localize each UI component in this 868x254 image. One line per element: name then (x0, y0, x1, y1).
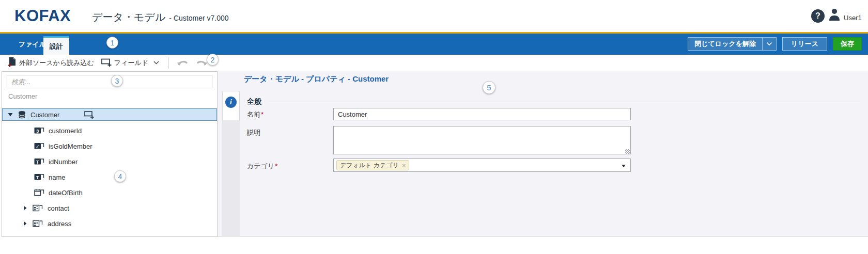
boolean-field-icon: ✓ (34, 142, 44, 150)
tree-label: isGoldMember (49, 142, 92, 150)
tree-row-customerid[interactable]: 3 customerId (2, 124, 217, 137)
close-unlock-split-button: 閉じてロックを解除 (688, 37, 777, 51)
tree-row-contact[interactable]: contact (2, 202, 217, 214)
import-external-source-button[interactable]: 外部ソースから読み込む (7, 57, 94, 69)
user-menu[interactable]: User1 (828, 7, 862, 23)
section-title: 全般 (247, 97, 261, 106)
chevron-down-icon (766, 42, 772, 46)
svg-text:3: 3 (36, 128, 39, 134)
general-section-header: 全般 (247, 97, 860, 106)
close-unlock-button[interactable]: 閉じてロックを解除 (688, 37, 762, 51)
category-tag-label: デフォルト カテゴリ (340, 161, 399, 170)
field-label: フィールド (114, 58, 148, 68)
required-asterisk: * (261, 110, 264, 118)
annotation-step-5: 5 (483, 81, 495, 94)
date-field-icon (34, 188, 44, 197)
properties-heading: データ・モデル - プロパティ - Customer (244, 74, 389, 84)
tree-row-address[interactable]: address (2, 217, 217, 230)
tree-label: idNumber (49, 158, 78, 166)
search-input[interactable] (7, 75, 212, 88)
svg-text:✓: ✓ (36, 144, 40, 149)
info-icon: i (225, 97, 237, 108)
combobox-arrow-icon[interactable] (622, 165, 626, 167)
tree-row-isgoldmember[interactable]: ✓ isGoldMember (2, 140, 217, 152)
help-icon[interactable]: ? (811, 9, 825, 23)
app-subtitle: - Customer v7.000 (169, 14, 228, 22)
tree-label: name (49, 173, 66, 181)
close-unlock-dropdown[interactable] (762, 37, 777, 51)
chevron-down-icon (153, 61, 159, 65)
category-field-label: カテゴリ* (247, 162, 277, 171)
tree-row-dateofbirth[interactable]: dateOfBirth (2, 186, 217, 199)
design-toolbar: 外部ソースから読み込む フィールド (0, 55, 868, 71)
add-field-button[interactable]: フィールド (101, 58, 159, 68)
expand-arrow-icon[interactable] (22, 221, 28, 226)
expand-arrow-icon[interactable] (22, 205, 28, 211)
user-name: User1 (844, 14, 862, 23)
data-model-tree-panel: Customer Customer 3 customerId ✓ isGoldM… (2, 71, 218, 237)
description-field-label: 説明 (247, 128, 260, 137)
page-plus-icon (7, 57, 17, 69)
text-field-icon: T (34, 157, 44, 166)
svg-text:T: T (36, 159, 39, 165)
tree-row-customer[interactable]: Customer (2, 108, 217, 121)
tab-general-info[interactable]: i (222, 91, 240, 120)
tree-label: customerId (49, 127, 82, 135)
app-title: データ・モデル (92, 10, 165, 24)
required-asterisk: * (275, 162, 277, 170)
complex-field-icon (33, 219, 43, 228)
save-button[interactable]: 保存 (833, 37, 862, 51)
ribbon-bar: ファイル 設計 閉じてロックを解除 リリース 保存 (0, 34, 868, 55)
import-label: 外部ソースから読み込む (19, 58, 94, 68)
undo-button[interactable] (176, 58, 189, 67)
toolbar-separator (168, 57, 169, 69)
app-header: KOFAX データ・モデル - Customer v7.000 ? User1 (0, 0, 868, 32)
tree-row-name[interactable]: T name (2, 171, 217, 183)
text-field-icon: T (34, 173, 44, 181)
release-button[interactable]: リリース (782, 37, 827, 51)
section-divider (269, 102, 860, 102)
add-field-icon[interactable] (84, 110, 95, 119)
name-field-label: 名前* (247, 110, 264, 119)
tree-label: dateOfBirth (49, 189, 83, 197)
svg-text:T: T (36, 174, 39, 180)
collapse-arrow-icon[interactable] (7, 113, 13, 117)
annotation-step-4: 4 (114, 170, 126, 182)
complex-field-icon (33, 204, 43, 212)
tree-label: Customer (30, 111, 59, 119)
annotation-step-2: 2 (207, 54, 219, 66)
tree-label: contact (48, 204, 69, 212)
kofax-logo: KOFAX (14, 7, 71, 25)
remove-tag-icon[interactable]: × (402, 162, 406, 169)
category-combobox[interactable]: デフォルト カテゴリ × (333, 158, 631, 172)
model-name-label: Customer (8, 92, 37, 100)
number-field-icon: 3 (34, 126, 44, 135)
tab-design[interactable]: 設計 (43, 36, 69, 55)
tree-label: address (48, 220, 71, 228)
entity-icon (18, 110, 26, 119)
textarea-resize-handle[interactable] (625, 149, 630, 154)
user-icon (828, 7, 841, 23)
annotation-step-1: 1 (106, 37, 118, 49)
tree-row-idnumber[interactable]: T idNumber (2, 155, 217, 168)
undo-icon (176, 58, 189, 67)
page-title: データ・モデル - Customer v7.000 (92, 10, 229, 24)
description-textarea[interactable] (333, 126, 631, 154)
category-tag: デフォルト カテゴリ × (336, 160, 409, 170)
field-plus-icon (101, 58, 112, 68)
annotation-step-3: 3 (111, 75, 123, 87)
ribbon-actions: 閉じてロックを解除 リリース 保存 (688, 37, 862, 51)
name-input[interactable] (333, 108, 631, 120)
